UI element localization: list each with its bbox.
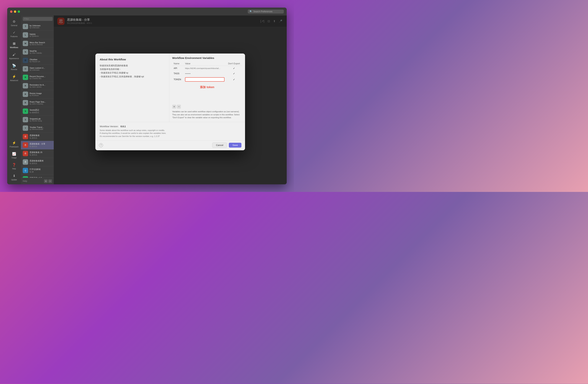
workflow-author: by 麦先生 (30, 145, 45, 148)
table-row: API https://ld246.com/apis/siyuan/inbox/… (172, 66, 242, 71)
env-buttons: + − (172, 105, 242, 109)
main-window: 🔍 Search Preferences ⚙ General ✓ Feature… (7, 8, 287, 184)
remote-icon: 📡 (12, 63, 17, 68)
token-input[interactable] (185, 77, 224, 82)
list-item[interactable]: ? by Unknown by Unknown (21, 22, 54, 31)
sidebar-item-help[interactable]: ❓ Help (8, 161, 20, 171)
list-item[interactable]: ✓ 清答清单 v1.8 by Jedy Wu (21, 175, 54, 178)
main-content: 思 思源收集箱 - 分享 快记录发送到收集箱 - v0.0.1 [↗] ⊡ ⬆ … (54, 16, 287, 184)
modal-about-panel: About this Workflow 快速添加灵感到思源的收集箱 当前版本包含… (95, 54, 169, 122)
add-workflow-button[interactable]: + (44, 179, 48, 183)
list-item[interactable]: R Reminders for A... by Jack James (21, 82, 54, 90)
sidebar-item-workflows[interactable]: ⊞ Workflows (8, 40, 20, 50)
cancel-button[interactable]: Cancel (212, 142, 227, 148)
workflow-icon: L (23, 32, 28, 38)
list-item[interactable]: S SnippetsLab by Renfei Song (21, 116, 54, 124)
close-button[interactable] (10, 10, 12, 13)
modal-help-button[interactable]: ? (99, 143, 103, 147)
list-item[interactable]: N NewFile by Vitor Galvão (21, 48, 54, 56)
sidebar-item-powerpack[interactable]: ⚡ Powerpack (8, 139, 20, 149)
table-row: TOKEN ✓ (172, 76, 242, 83)
search-placeholder: Search Preferences (253, 10, 273, 13)
icon-sidebar: ⚙ General ✓ Features ⊞ Workflows 🖌 Appea… (7, 16, 21, 184)
list-item[interactable]: 思 思源收集箱 JS by 麦先生 (21, 149, 54, 158)
sidebar-item-update[interactable]: ⬇ Update (8, 172, 20, 182)
search-icon: 🔍 (250, 10, 252, 13)
env-export-check[interactable]: ✓ (226, 76, 242, 83)
list-item[interactable]: S Seeds思记 by 最刚阳光 (21, 107, 54, 116)
modal-footer: ? Cancel Save (95, 141, 245, 150)
maximize-button[interactable] (18, 10, 20, 13)
workflow-icon: S (23, 117, 28, 122)
remove-env-var-button[interactable]: − (177, 105, 181, 109)
remove-workflow-button[interactable]: − (48, 179, 52, 183)
workflow-icon: N (23, 49, 28, 55)
workflow-name: 思源收集箱 - 分享 (30, 142, 45, 145)
workflows-label: Workflows (10, 46, 18, 48)
col-dont-export: Don't Export (226, 62, 242, 66)
list-item[interactable]: 思 思源收集箱 - 分享 by 麦先生 (21, 141, 54, 149)
workflow-author: by WensonSmith (30, 128, 44, 130)
remote-label: Remote (11, 68, 17, 70)
workflow-sidebar: ✕ ? by Unknown by Unknown L logseq by @d… (21, 16, 54, 184)
workflow-name: NewFile (30, 50, 42, 52)
env-name: TOKEN (172, 76, 184, 83)
env-value: https://ld246.com/apis/siyuan/inbox/ad..… (184, 66, 226, 71)
workflow-name: Seeds思记 (30, 109, 39, 111)
workflow-icon: 思 (23, 142, 28, 148)
list-item[interactable]: 思 思源收集箱案例 by 麦先生 (21, 158, 54, 166)
save-button[interactable]: Save (229, 143, 241, 148)
features-label: Features (10, 36, 18, 38)
env-value-input-cell (184, 76, 226, 83)
workflow-icon: O (23, 58, 28, 63)
env-name: TAGS (172, 71, 184, 76)
list-item[interactable]: M Menu Bar Search by Benzi Ahmed (21, 39, 54, 48)
workflow-author: by Jack James (30, 86, 45, 88)
sidebar-item-general[interactable]: ⚙ General (8, 18, 20, 28)
sidebar-item-advanced[interactable]: ⚡ Advanced (8, 73, 20, 83)
sidebar-item-remote[interactable]: 📡 Remote (8, 62, 20, 72)
col-value: Value (184, 62, 226, 66)
modal-version-section: Workflow Version: 0.0.1 Some details abo… (95, 122, 245, 141)
workflow-name: Youdao Transl... (30, 126, 44, 128)
list-item[interactable]: R Roam Page Sea... by John Cranney (21, 99, 54, 107)
list-item[interactable]: L logseq by @danzu (21, 31, 54, 39)
update-icon: ⬇ (12, 173, 17, 178)
workflow-icon: M (23, 41, 28, 46)
env-export-check[interactable]: ✓ (226, 71, 242, 76)
workflow-author: by 麦先生 (30, 137, 40, 139)
add-token-button[interactable]: 添加 token (172, 83, 242, 92)
help-label: Help (12, 168, 16, 170)
list-item[interactable]: O Obsidian by Hause Lin (21, 56, 54, 65)
env-table-section: Name Value Don't Export API https://ld24… (172, 62, 242, 103)
env-value: •••••••• (184, 71, 226, 76)
add-env-var-button[interactable]: + (172, 105, 176, 109)
sidebar-item-usage[interactable]: 📈 Usage (8, 150, 20, 160)
workflows-icon: ⊞ (12, 41, 17, 46)
workflow-name: by Unknown (30, 24, 41, 27)
workflow-author: by 最刚阳光 (30, 111, 39, 114)
general-label: General (11, 24, 17, 26)
workflow-author: by Charles Ma (30, 78, 45, 80)
sidebar-item-features[interactable]: ✓ Features (8, 29, 20, 39)
list-item[interactable]: Q 打开QQ邮箱 by 麦 (21, 166, 54, 175)
modal-dialog: About this Workflow 快速添加灵感到思源的收集箱 当前版本包含… (95, 54, 245, 150)
col-name: Name (172, 62, 184, 66)
list-item[interactable]: 思 思源收集箱 by 麦先生 (21, 132, 54, 141)
list-item[interactable]: Y Youdao Transl... by WensonSmith (21, 124, 54, 132)
workflow-author: by 麦 (30, 171, 41, 173)
workflow-icon: 思 (23, 159, 28, 165)
list-item[interactable]: R Resize Image by Acidham (21, 90, 54, 99)
minimize-button[interactable] (14, 10, 16, 13)
list-item[interactable]: O Open custom U... by Unknown (21, 65, 54, 73)
workflow-author: by Renfei Song (30, 120, 42, 122)
env-help-text: Variables can be used within workflow ob… (172, 110, 242, 119)
workflow-filter-input[interactable] (23, 17, 53, 21)
search-preferences[interactable]: 🔍 Search Preferences (248, 10, 284, 14)
workflow-name: logseq (30, 33, 39, 35)
workflow-author: by John Cranney (30, 103, 46, 105)
sidebar-item-appearance[interactable]: 🖌 Appearance (8, 51, 20, 61)
env-export-check[interactable]: ✓ (226, 66, 242, 71)
workflow-name: 打开QQ邮箱 (30, 168, 41, 171)
list-item[interactable]: R Recent Docume... by Charles Ma (21, 73, 54, 82)
